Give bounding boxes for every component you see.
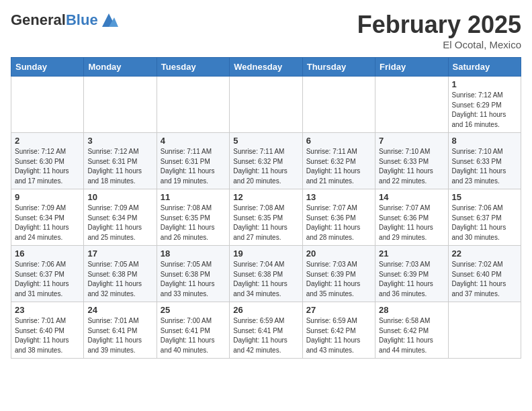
day-number: 10 — [87, 192, 152, 202]
day-cell: 27Sunrise: 6:59 AM Sunset: 6:42 PM Dayli… — [302, 302, 375, 359]
day-number: 28 — [379, 305, 444, 315]
weekday-header-sunday: Sunday — [11, 58, 84, 77]
day-cell — [84, 77, 157, 133]
day-cell: 15Sunrise: 7:06 AM Sunset: 6:37 PM Dayli… — [448, 189, 521, 246]
day-number: 5 — [233, 136, 298, 146]
day-cell: 8Sunrise: 7:10 AM Sunset: 6:33 PM Daylig… — [448, 133, 521, 189]
day-info: Sunrise: 7:09 AM Sunset: 6:34 PM Dayligh… — [87, 203, 152, 242]
logo-general-text: General — [11, 11, 66, 28]
weekday-header-wednesday: Wednesday — [230, 58, 302, 77]
day-info: Sunrise: 7:08 AM Sunset: 6:35 PM Dayligh… — [161, 203, 226, 242]
day-number: 8 — [452, 136, 517, 146]
day-info: Sunrise: 7:12 AM Sunset: 6:31 PM Dayligh… — [87, 147, 152, 186]
day-number: 14 — [379, 192, 444, 202]
day-cell: 10Sunrise: 7:09 AM Sunset: 6:34 PM Dayli… — [84, 189, 157, 246]
day-cell: 24Sunrise: 7:01 AM Sunset: 6:41 PM Dayli… — [84, 302, 157, 359]
day-info: Sunrise: 7:12 AM Sunset: 6:30 PM Dayligh… — [15, 147, 80, 186]
day-number: 7 — [379, 136, 444, 146]
weekday-header-thursday: Thursday — [302, 58, 375, 77]
day-cell — [230, 77, 302, 133]
day-number: 1 — [452, 79, 517, 89]
day-info: Sunrise: 7:02 AM Sunset: 6:40 PM Dayligh… — [452, 260, 517, 299]
month-title: February 2025 — [357, 11, 521, 39]
day-cell: 20Sunrise: 7:03 AM Sunset: 6:39 PM Dayli… — [302, 246, 375, 302]
day-number: 6 — [306, 136, 371, 146]
day-number: 4 — [161, 136, 226, 146]
day-cell — [302, 77, 375, 133]
day-cell: 22Sunrise: 7:02 AM Sunset: 6:40 PM Dayli… — [448, 246, 521, 302]
day-number: 21 — [379, 248, 444, 259]
day-info: Sunrise: 7:04 AM Sunset: 6:38 PM Dayligh… — [233, 260, 298, 299]
day-cell: 16Sunrise: 7:06 AM Sunset: 6:37 PM Dayli… — [11, 246, 84, 302]
day-cell — [157, 77, 229, 133]
day-cell: 11Sunrise: 7:08 AM Sunset: 6:35 PM Dayli… — [157, 189, 229, 246]
day-number: 15 — [452, 192, 517, 202]
day-info: Sunrise: 6:58 AM Sunset: 6:42 PM Dayligh… — [379, 316, 444, 355]
day-info: Sunrise: 7:05 AM Sunset: 6:38 PM Dayligh… — [161, 260, 226, 299]
week-row-2: 2Sunrise: 7:12 AM Sunset: 6:30 PM Daylig… — [11, 133, 521, 189]
day-number: 25 — [161, 305, 226, 315]
day-cell: 17Sunrise: 7:05 AM Sunset: 6:38 PM Dayli… — [84, 246, 157, 302]
weekday-header-saturday: Saturday — [448, 58, 521, 77]
day-number: 20 — [306, 248, 371, 259]
day-cell: 1Sunrise: 7:12 AM Sunset: 6:29 PM Daylig… — [448, 77, 521, 133]
weekday-header-row: SundayMondayTuesdayWednesdayThursdayFrid… — [11, 58, 521, 77]
week-row-5: 23Sunrise: 7:01 AM Sunset: 6:40 PM Dayli… — [11, 302, 521, 359]
day-info: Sunrise: 7:10 AM Sunset: 6:33 PM Dayligh… — [452, 147, 517, 186]
week-row-4: 16Sunrise: 7:06 AM Sunset: 6:37 PM Dayli… — [11, 246, 521, 302]
day-cell: 21Sunrise: 7:03 AM Sunset: 6:39 PM Dayli… — [375, 246, 448, 302]
day-info: Sunrise: 7:01 AM Sunset: 6:40 PM Dayligh… — [15, 316, 80, 355]
weekday-header-friday: Friday — [375, 58, 448, 77]
day-cell: 5Sunrise: 7:11 AM Sunset: 6:32 PM Daylig… — [230, 133, 302, 189]
day-number: 12 — [233, 192, 298, 202]
day-info: Sunrise: 7:07 AM Sunset: 6:36 PM Dayligh… — [379, 203, 444, 242]
day-number: 19 — [233, 248, 298, 259]
day-info: Sunrise: 7:01 AM Sunset: 6:41 PM Dayligh… — [87, 316, 152, 355]
logo-icon — [99, 11, 118, 30]
weekday-header-tuesday: Tuesday — [157, 58, 229, 77]
day-info: Sunrise: 6:59 AM Sunset: 6:42 PM Dayligh… — [306, 316, 371, 355]
day-info: Sunrise: 7:05 AM Sunset: 6:38 PM Dayligh… — [87, 260, 152, 299]
day-cell: 7Sunrise: 7:10 AM Sunset: 6:33 PM Daylig… — [375, 133, 448, 189]
day-info: Sunrise: 6:59 AM Sunset: 6:41 PM Dayligh… — [233, 316, 298, 355]
day-number: 17 — [87, 248, 152, 259]
day-number: 24 — [87, 305, 152, 315]
day-cell — [375, 77, 448, 133]
day-number: 16 — [15, 248, 80, 259]
day-info: Sunrise: 7:11 AM Sunset: 6:31 PM Dayligh… — [161, 147, 226, 186]
day-number: 23 — [15, 305, 80, 315]
day-number: 13 — [306, 192, 371, 202]
day-cell: 2Sunrise: 7:12 AM Sunset: 6:30 PM Daylig… — [11, 133, 84, 189]
day-cell: 14Sunrise: 7:07 AM Sunset: 6:36 PM Dayli… — [375, 189, 448, 246]
day-info: Sunrise: 7:10 AM Sunset: 6:33 PM Dayligh… — [379, 147, 444, 186]
day-number: 2 — [15, 136, 80, 146]
title-area: February 2025 El Ocotal, Mexico — [357, 11, 521, 50]
day-info: Sunrise: 7:00 AM Sunset: 6:41 PM Dayligh… — [161, 316, 226, 355]
location: El Ocotal, Mexico — [357, 39, 521, 50]
day-cell: 6Sunrise: 7:11 AM Sunset: 6:32 PM Daylig… — [302, 133, 375, 189]
day-info: Sunrise: 7:07 AM Sunset: 6:36 PM Dayligh… — [306, 203, 371, 242]
day-info: Sunrise: 7:03 AM Sunset: 6:39 PM Dayligh… — [379, 260, 444, 299]
day-cell: 12Sunrise: 7:08 AM Sunset: 6:35 PM Dayli… — [230, 189, 302, 246]
logo-blue-text: Blue — [66, 11, 98, 28]
day-cell — [11, 77, 84, 133]
day-info: Sunrise: 7:09 AM Sunset: 6:34 PM Dayligh… — [15, 203, 80, 242]
day-cell: 19Sunrise: 7:04 AM Sunset: 6:38 PM Dayli… — [230, 246, 302, 302]
day-cell: 25Sunrise: 7:00 AM Sunset: 6:41 PM Dayli… — [157, 302, 229, 359]
day-info: Sunrise: 7:11 AM Sunset: 6:32 PM Dayligh… — [233, 147, 298, 186]
day-number: 9 — [15, 192, 80, 202]
day-number: 18 — [161, 248, 226, 259]
day-cell: 23Sunrise: 7:01 AM Sunset: 6:40 PM Dayli… — [11, 302, 84, 359]
week-row-3: 9Sunrise: 7:09 AM Sunset: 6:34 PM Daylig… — [11, 189, 521, 246]
calendar-table: SundayMondayTuesdayWednesdayThursdayFrid… — [11, 57, 521, 359]
day-cell: 9Sunrise: 7:09 AM Sunset: 6:34 PM Daylig… — [11, 189, 84, 246]
day-info: Sunrise: 7:11 AM Sunset: 6:32 PM Dayligh… — [306, 147, 371, 186]
day-number: 22 — [452, 248, 517, 259]
day-cell: 18Sunrise: 7:05 AM Sunset: 6:38 PM Dayli… — [157, 246, 229, 302]
day-number: 26 — [233, 305, 298, 315]
day-info: Sunrise: 7:12 AM Sunset: 6:29 PM Dayligh… — [452, 91, 517, 130]
day-cell — [448, 302, 521, 359]
day-info: Sunrise: 7:03 AM Sunset: 6:39 PM Dayligh… — [306, 260, 371, 299]
page-header: GeneralBlue February 2025 El Ocotal, Mex… — [11, 11, 521, 50]
day-cell: 4Sunrise: 7:11 AM Sunset: 6:31 PM Daylig… — [157, 133, 229, 189]
